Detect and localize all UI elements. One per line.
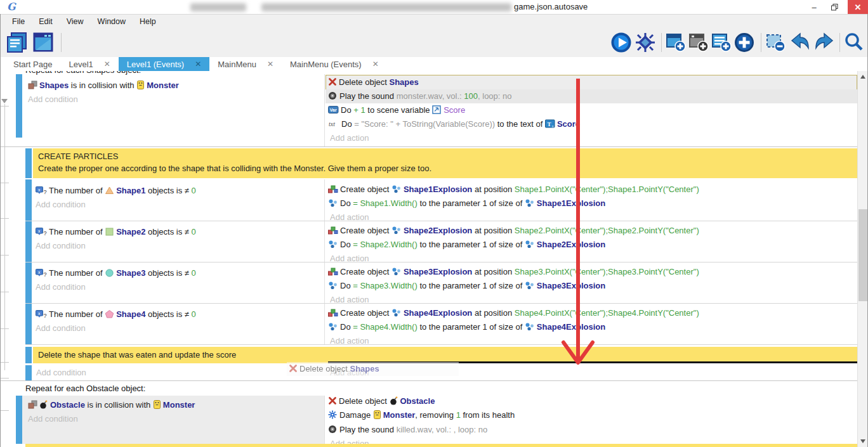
event-header[interactable]: Repeat for each Obstacle object: <box>25 382 145 396</box>
svg-text:x: x <box>38 229 41 233</box>
add-action[interactable]: Add action <box>330 334 369 348</box>
add-condition[interactable]: Add condition <box>36 239 86 253</box>
add-condition[interactable]: Add condition <box>36 198 86 212</box>
tab-mainmenu[interactable]: MainMenu✕ <box>209 57 282 71</box>
subevent-separator <box>25 262 857 262</box>
tab-close-icon[interactable]: ✕ <box>372 60 379 68</box>
scenevar-icon <box>432 105 442 119</box>
tree-guide <box>4 104 5 370</box>
add-condition[interactable]: Add condition <box>36 366 86 380</box>
add-action[interactable]: Add action <box>330 252 369 266</box>
tree-guide <box>1 218 9 219</box>
scroll-down-icon[interactable] <box>860 439 865 443</box>
condition-row[interactable]: x?The number of Shape2 objects is ≠ 0 <box>36 225 196 239</box>
comment-block[interactable]: CREATE PARTICLES Create the proper one a… <box>33 148 857 178</box>
condition-row[interactable]: x?The number of Shape4 objects is ≠ 0 <box>36 308 196 321</box>
action-row[interactable]: Delete object Obstacle <box>328 394 435 408</box>
vertical-scrollbar[interactable] <box>857 71 868 447</box>
svg-text:x: x <box>38 311 41 316</box>
condition-row[interactable]: Shapes is in collision with Monster <box>28 79 179 93</box>
preview-play-icon[interactable] <box>610 31 633 54</box>
redo-icon[interactable] <box>813 31 836 54</box>
add-action[interactable]: Add action <box>330 293 369 307</box>
create-icon <box>328 308 338 321</box>
action-row[interactable]: Create object Shape2Explosion at positio… <box>328 224 699 238</box>
action-row[interactable]: Play the sound monster.wav, vol.: 100, l… <box>328 89 512 103</box>
subevent-separator <box>25 221 857 221</box>
add-event-icon[interactable] <box>664 31 687 54</box>
tab-level1-events[interactable]: Level1 (Events)✕ <box>119 57 209 71</box>
tab-level1[interactable]: Level1✕ <box>60 57 118 71</box>
event-bar[interactable] <box>25 262 32 303</box>
condition-row[interactable]: x?The number of Shape1 objects is ≠ 0 <box>36 184 196 198</box>
event-bar[interactable] <box>25 347 32 363</box>
event-header-clipped[interactable]: Repeat for each Shapes object: <box>25 71 141 77</box>
close-button[interactable]: ✕ <box>848 0 868 14</box>
particles-icon <box>525 239 535 253</box>
tab-mainmenu-events[interactable]: MainMenu (Events)✕ <box>282 57 387 71</box>
debug-icon[interactable] <box>634 31 657 54</box>
scroll-up-icon[interactable] <box>860 75 865 79</box>
window-title: game.json.autosave <box>514 2 588 11</box>
collapse-arrow-icon[interactable] <box>1 99 8 103</box>
svg-text:x: x <box>38 270 41 275</box>
action-row[interactable]: Create object Shape3Explosion at positio… <box>328 265 699 279</box>
event-bar[interactable] <box>25 148 32 178</box>
tab-close-icon[interactable]: ✕ <box>267 60 273 68</box>
add-condition[interactable]: Add condition <box>28 412 78 426</box>
event-bar[interactable] <box>25 221 32 262</box>
menu-file[interactable]: File <box>5 17 32 26</box>
tab-close-icon[interactable]: ✕ <box>104 60 110 68</box>
create-icon <box>328 266 338 280</box>
add-action[interactable]: Add action <box>330 211 369 224</box>
menu-window[interactable]: Window <box>91 17 133 26</box>
search-icon[interactable] <box>843 31 865 54</box>
tab-close-icon[interactable]: ✕ <box>195 60 201 68</box>
svg-text:?: ? <box>44 230 47 236</box>
monster-icon <box>373 410 381 424</box>
drag-ghost-action[interactable]: Delete object Shapes <box>287 362 459 376</box>
condition-row[interactable]: Obstacle is in collision with Monster <box>28 398 195 412</box>
menu-help[interactable]: Help <box>133 17 163 26</box>
delete-event-icon[interactable] <box>764 31 787 54</box>
action-row[interactable]: Play the sound killed.wav, vol.: , loop:… <box>328 423 487 437</box>
event-bar[interactable] <box>25 179 32 221</box>
event-bar[interactable] <box>16 396 22 444</box>
add-condition[interactable]: Add condition <box>36 321 86 335</box>
add-sub-event-icon[interactable] <box>687 31 710 54</box>
add-other-icon[interactable] <box>733 31 756 54</box>
action-row[interactable]: txtDo = "Score: " + ToString(Variable(Sc… <box>328 117 580 131</box>
count-icon: x? <box>36 309 47 323</box>
minimize-button[interactable]: – <box>805 0 824 14</box>
add-condition[interactable]: Add condition <box>36 280 86 294</box>
action-row[interactable]: Create object Shape1Explosion at positio… <box>328 183 699 197</box>
menu-edit[interactable]: Edit <box>32 17 60 26</box>
count-icon: x? <box>36 185 47 199</box>
action-row[interactable]: Damage Monster, removing 1 from its heal… <box>328 408 515 422</box>
redacted-title-segment <box>190 3 246 11</box>
comment-title: CREATE PARTICLES <box>33 148 857 161</box>
sound-icon <box>328 91 338 105</box>
add-comment-icon[interactable] <box>710 31 733 54</box>
action-row[interactable]: Create object Shape4Explosion at positio… <box>328 306 699 320</box>
action-row[interactable]: VarDo + 1 to scene variable Score <box>328 103 465 117</box>
project-manager-icon[interactable] <box>5 31 28 54</box>
txt-icon: txt <box>328 119 339 133</box>
toolbar-divider <box>761 33 761 52</box>
undo-icon[interactable] <box>789 31 812 54</box>
event-bar[interactable] <box>16 74 22 138</box>
scene-editor-icon[interactable] <box>32 31 55 54</box>
event-bar[interactable] <box>25 365 32 380</box>
menu-view[interactable]: View <box>60 17 91 26</box>
restore-button[interactable] <box>825 0 844 14</box>
scrollbar-thumb[interactable] <box>858 209 868 301</box>
event-bar[interactable] <box>25 304 32 344</box>
add-condition[interactable]: Add condition <box>28 93 78 107</box>
condition-row[interactable]: x?The number of Shape3 objects is ≠ 0 <box>36 266 196 280</box>
add-action[interactable]: Add action <box>330 131 369 145</box>
svg-text:?: ? <box>44 313 47 318</box>
shape1-icon <box>105 185 114 199</box>
red-annotation-arrow <box>558 77 603 375</box>
tab-start-page[interactable]: Start Page <box>5 57 60 71</box>
comment-text: Delete the shape that was eaten and upda… <box>33 350 236 360</box>
